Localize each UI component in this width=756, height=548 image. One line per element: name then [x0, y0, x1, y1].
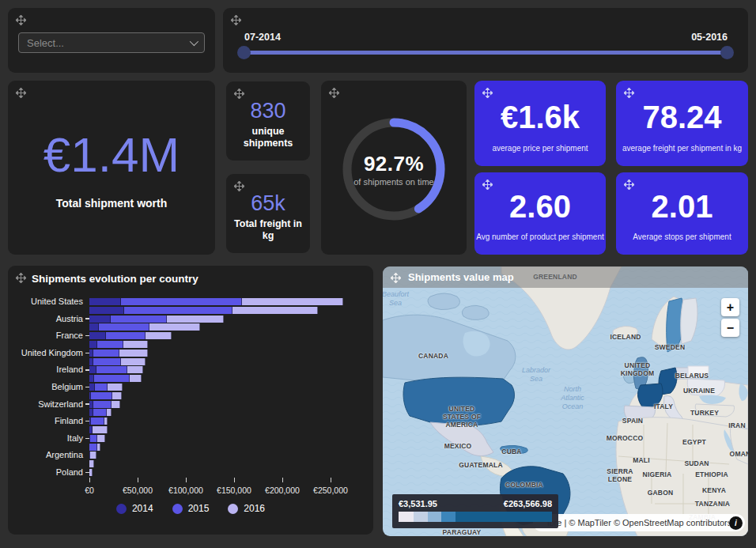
- map-region-usa[interactable]: [403, 377, 514, 425]
- slider-handle-start[interactable]: [237, 46, 251, 59]
- map-zoom-in-button[interactable]: +: [721, 298, 739, 316]
- bar-segment-2016[interactable]: [121, 358, 146, 365]
- total-freight-label: Total freight in kg: [232, 218, 304, 242]
- bar-segment-2015[interactable]: [95, 384, 107, 391]
- map-title: Shipments value map: [408, 271, 514, 283]
- on-time-label: of shipments on time: [353, 177, 434, 187]
- drag-handle-icon[interactable]: [482, 87, 493, 98]
- legend-item-2015[interactable]: 2015: [172, 503, 210, 514]
- y-axis-label: France: [8, 331, 83, 340]
- bar-segment-2015[interactable]: [106, 332, 146, 339]
- drag-handle-icon[interactable]: [16, 87, 27, 98]
- bar-segment-2016[interactable]: [232, 307, 319, 314]
- drag-handle-icon[interactable]: [16, 14, 27, 25]
- bar-segment-2015[interactable]: [93, 409, 107, 416]
- bar-segment-2014[interactable]: [89, 332, 106, 339]
- x-axis-label: €250,000: [303, 486, 358, 495]
- bar-segment-2015[interactable]: [90, 435, 97, 442]
- bar-segment-2015[interactable]: [121, 298, 242, 305]
- avg-stops-card: 2.01 Average stops per shipment: [616, 172, 748, 255]
- y-axis-label: Switzerland: [8, 399, 83, 409]
- bar-segment-2016[interactable]: [93, 426, 108, 433]
- bar-segment-2016[interactable]: [112, 392, 122, 399]
- legend-dot-icon: [116, 504, 127, 514]
- bar-segment-2016[interactable]: [242, 298, 343, 305]
- bar-segment-2015[interactable]: [111, 316, 167, 323]
- scale-max-value: €263,566.98: [504, 499, 552, 508]
- avg-price-label: average price per shipment: [474, 144, 606, 153]
- bar-segment-2015[interactable]: [91, 392, 112, 399]
- drag-handle-icon[interactable]: [234, 180, 245, 191]
- bar-segment-2015[interactable]: [99, 323, 149, 331]
- map-color-scale: €3,531.95 €263,566.98: [392, 494, 558, 528]
- bar-segment-2016[interactable]: [104, 418, 108, 425]
- x-axis-label: €200,000: [255, 486, 310, 495]
- bar-segment-2016[interactable]: [89, 469, 93, 476]
- drag-handle-icon[interactable]: [624, 179, 635, 190]
- bar-segment-2016[interactable]: [107, 409, 112, 416]
- avg-freight-label: average freight per shipment in kg: [616, 144, 748, 153]
- country-select[interactable]: Select...: [18, 32, 205, 53]
- bar-segment-2016[interactable]: [97, 435, 105, 442]
- bar-segment-2014[interactable]: [89, 298, 121, 305]
- bar-segment-2015[interactable]: [93, 358, 121, 365]
- drag-handle-icon[interactable]: [391, 272, 402, 283]
- bar-segment-2016[interactable]: [97, 444, 100, 451]
- bar-segment-2015[interactable]: [93, 350, 119, 357]
- bar-segment-2015[interactable]: [89, 444, 97, 451]
- bar-segment-2015[interactable]: [91, 418, 104, 425]
- avg-products-card: 2.60 Avg number of product per shipment: [474, 172, 606, 255]
- bar-segment-2016[interactable]: [108, 384, 123, 391]
- drag-handle-icon[interactable]: [329, 87, 340, 98]
- legend-dot-icon: [172, 504, 183, 514]
- total-worth-value: €1.4M: [43, 127, 180, 183]
- legend-label: 2014: [132, 503, 153, 514]
- y-axis-label: Ireland: [8, 365, 83, 374]
- bar-segment-2015[interactable]: [97, 341, 123, 348]
- x-axis-label: €50,000: [110, 486, 165, 495]
- bar-segment-2016[interactable]: [89, 460, 94, 467]
- drag-handle-icon[interactable]: [234, 88, 245, 99]
- drag-handle-icon[interactable]: [482, 179, 493, 190]
- chevron-down-icon: [190, 37, 198, 46]
- y-axis-label: Argentina: [8, 450, 83, 459]
- drag-handle-icon[interactable]: [231, 14, 242, 25]
- date-range-slider[interactable]: [244, 51, 728, 55]
- legend-item-2014[interactable]: 2014: [116, 503, 153, 514]
- drag-handle-icon[interactable]: [624, 87, 635, 98]
- bar-segment-2016[interactable]: [119, 350, 149, 357]
- bar-segment-2014[interactable]: [89, 316, 111, 323]
- bar-segment-2016[interactable]: [130, 375, 142, 382]
- bar-segment-2016[interactable]: [149, 323, 201, 331]
- bar-segment-2015[interactable]: [96, 366, 127, 373]
- dashboard: Select... 07-2014 05-2016 €1.4M Total sh…: [0, 0, 756, 548]
- bar-segment-2016[interactable]: [146, 332, 172, 339]
- legend-item-2016[interactable]: 2016: [228, 503, 265, 514]
- bar-segment-2015[interactable]: [94, 375, 130, 382]
- map-zoom-out-button[interactable]: −: [721, 319, 739, 337]
- scale-gradient-bar: [399, 512, 552, 522]
- bar-segment-2014[interactable]: [89, 307, 124, 314]
- bar-segment-2014[interactable]: [89, 341, 97, 348]
- bar-segment-2016[interactable]: [127, 366, 144, 373]
- bar-segment-2016[interactable]: [167, 316, 224, 323]
- bar-chart-plot: United StatesAustriaFranceUnited Kingdom…: [8, 266, 373, 535]
- filter-card: Select...: [8, 8, 215, 73]
- info-icon[interactable]: i: [729, 516, 743, 530]
- x-axis-tick: [186, 478, 187, 482]
- legend-label: 2015: [188, 503, 210, 514]
- bar-segment-2015[interactable]: [93, 401, 112, 408]
- y-axis-label: United Kingdom: [8, 348, 83, 357]
- x-axis-label: €150,000: [206, 486, 262, 495]
- bar-segment-2014[interactable]: [89, 384, 95, 391]
- bar-segment-2016[interactable]: [123, 341, 149, 348]
- slider-handle-end[interactable]: [720, 46, 734, 59]
- bar-segment-2015[interactable]: [124, 307, 232, 314]
- bar-segment-2016[interactable]: [112, 401, 120, 408]
- map-header: Shipments value map: [383, 266, 748, 288]
- bar-segment-2014[interactable]: [89, 323, 99, 331]
- bar-segment-2016[interactable]: [90, 452, 96, 459]
- scale-min-value: €3,531.95: [399, 499, 437, 508]
- bar-segment-2014[interactable]: [89, 366, 96, 373]
- legend-dot-icon: [228, 504, 238, 514]
